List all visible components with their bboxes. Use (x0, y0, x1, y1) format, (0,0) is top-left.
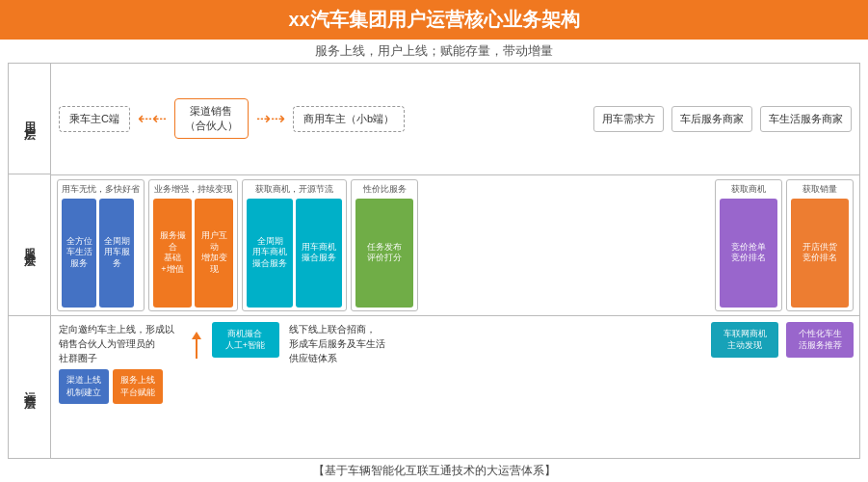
user-box-c: 乘车主C端 (59, 106, 130, 132)
service-layer-row: 用车无忧，多快好省 全方位车生活服务 全周期用车服务 业务增强，持续变现 服务撮… (51, 175, 859, 316)
user-box-lifestyle: 车生活服务商家 (760, 106, 852, 132)
ops-section-2: 商机撮合人工+智能 (209, 322, 281, 358)
ops-section-3: 线下线上联合招商， 形成车后服务及车生活 供应链体系 (289, 322, 385, 366)
sg5-box1: 竞价抢单竞价排名 (720, 199, 777, 308)
sg2-title: 业务增强，持续变现 (153, 183, 233, 196)
sg6-title: 获取销量 (791, 183, 849, 196)
ops-box-service: 服务上线平台赋能 (113, 369, 163, 403)
service-layer-label: 服务层 (9, 174, 50, 317)
ops-boxes-row1: 渠道上线机制建立 服务上线平台赋能 (59, 369, 184, 403)
sg3-box1: 全周期用车商机撮合服务 (247, 199, 293, 308)
subtitle: 服务上线，用户上线；赋能存量，带动增量 (0, 40, 868, 63)
sg4-boxes: 任务发布评价打分 (355, 199, 413, 308)
service-group-2: 业务增强，持续变现 服务撮合基础+增值 用户互动增加变现 (148, 179, 238, 311)
side-labels: 用户层 服务层 运营层 (9, 64, 51, 458)
sg4-title: 性价比服务 (355, 183, 413, 196)
sg6-boxes: 开店供货竞价排名 (791, 199, 849, 308)
sg2-boxes: 服务撮合基础+增值 用户互动增加变现 (153, 199, 233, 308)
sg1-boxes: 全方位车生活服务 全周期用车服务 (62, 199, 140, 308)
arrow-up-1 (192, 332, 201, 359)
ops-box-personal: 个性化车生活服务推荐 (786, 322, 854, 358)
frame-body: 用户层 服务层 运营层 乘车主C端 ⇠⇠ 渠道销售 （合伙人） (8, 63, 860, 459)
sg3-boxes: 全周期用车商机撮合服务 用车商机撮合服务 (247, 199, 342, 308)
ops-layer-row: 定向邀约车主上线，形成以 销售合伙人为管理员的 社群圈子 渠道上线机制建立 服务… (51, 316, 859, 458)
service-group-3: 获取商机，开源节流 全周期用车商机撮合服务 用车商机撮合服务 (242, 179, 347, 311)
ops-box-iot: 车联网商机主动发现 (711, 322, 778, 358)
title-text: xx汽车集团用户运营核心业务架构 (288, 9, 579, 30)
service-group-5: 获取商机 竞价抢单竞价排名 (715, 179, 782, 311)
user-layer-row: 乘车主C端 ⇠⇠ 渠道销售 （合伙人） ⇢⇢ 商用车主（小b端） 用车需求方 车… (51, 64, 859, 175)
arrow-right-1: ⇠⇠ (138, 108, 167, 129)
sg1-box2: 全周期用车服务 (99, 199, 134, 308)
sg1-title: 用车无忧，多快好省 (62, 183, 140, 196)
sg2-box1: 服务撮合基础+增值 (153, 199, 192, 308)
sg5-boxes: 竞价抢单竞价排名 (720, 199, 777, 308)
ops-layer-label: 运营层 (9, 316, 50, 458)
main-container: xx汽车集团用户运营核心业务架构 服务上线，用户上线；赋能存量，带动增量 用户层… (0, 0, 868, 482)
subtitle-text: 服务上线，用户上线；赋能存量，带动增量 (315, 43, 553, 58)
service-group-1: 用车无忧，多快好省 全方位车生活服务 全周期用车服务 (57, 179, 145, 311)
arrow-up-icon (192, 332, 201, 339)
bottom-note: 【基于车辆智能化互联互通技术的大运营体系】 (0, 461, 868, 482)
right-body: 乘车主C端 ⇠⇠ 渠道销售 （合伙人） ⇢⇢ 商用车主（小b端） 用车需求方 车… (51, 64, 859, 458)
sg1-box1: 全方位车生活服务 (62, 199, 96, 308)
ops-section-4: 车联网商机主动发现 (711, 322, 778, 358)
ops-text-1: 定向邀约车主上线，形成以 销售合伙人为管理员的 社群圈子 (59, 322, 184, 366)
arrow-line (196, 339, 197, 359)
user-box-after-sales: 车后服务商家 (671, 106, 752, 132)
sg6-box1: 开店供货竞价排名 (791, 199, 849, 308)
bottom-note-text: 【基于车辆智能化互联互通技术的大运营体系】 (313, 464, 556, 477)
sg2-box2: 用户互动增加变现 (195, 199, 233, 308)
sg3-box2: 用车商机撮合服务 (296, 199, 342, 308)
ops-section-5: 个性化车生活服务推荐 (786, 322, 854, 358)
user-box-demand: 用车需求方 (593, 106, 664, 132)
user-box-commercial: 商用车主（小b端） (293, 106, 405, 132)
sg5-title: 获取商机 (720, 183, 777, 196)
user-layer-label: 用户层 (9, 64, 50, 174)
ops-box-channel: 渠道上线机制建立 (59, 369, 109, 403)
sg4-box1: 任务发布评价打分 (355, 199, 413, 308)
sg3-title: 获取商机，开源节流 (247, 183, 342, 196)
ops-section-1: 定向邀约车主上线，形成以 销售合伙人为管理员的 社群圈子 渠道上线机制建立 服务… (59, 322, 184, 404)
ops-box-ai: 商机撮合人工+智能 (212, 322, 279, 358)
arrow-right-2: ⇢⇢ (256, 108, 285, 129)
service-group-4: 性价比服务 任务发布评价打分 (351, 179, 418, 311)
page-title: xx汽车集团用户运营核心业务架构 (0, 0, 868, 40)
service-group-6: 获取销量 开店供货竞价排名 (786, 179, 854, 311)
user-box-partner: 渠道销售 （合伙人） (174, 98, 249, 139)
ops-text-2: 线下线上联合招商， 形成车后服务及车生活 供应链体系 (289, 322, 385, 366)
svc-spacer (422, 179, 711, 311)
